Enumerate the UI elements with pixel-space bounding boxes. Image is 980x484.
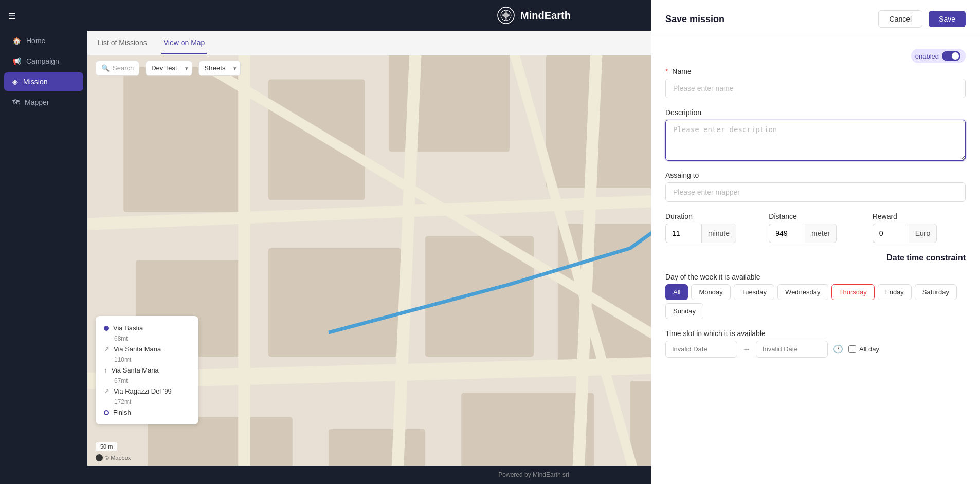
metrics-row: Duration minute Distance meter Reward Eu…	[665, 212, 966, 243]
assign-field-group: Assaing to	[665, 171, 966, 202]
route-item-finish: Finish	[104, 406, 190, 418]
route-distance-2: 67mt	[114, 376, 190, 385]
allday-checkbox[interactable]	[848, 345, 856, 353]
reward-unit: Euro	[909, 224, 937, 243]
duration-input[interactable]	[665, 224, 701, 243]
duration-input-group: minute	[665, 224, 758, 243]
distance-input-group: meter	[769, 224, 862, 243]
route-distance-3: 172mt	[114, 397, 190, 406]
sidebar: ☰ 🏠 Home 📢 Campaign ◈ Mission 🗺 Mapper	[0, 0, 87, 484]
mapper-icon: 🗺	[12, 98, 20, 106]
area-select[interactable]: Dev Test	[146, 61, 192, 76]
logo: MindEarth	[497, 6, 571, 25]
day-btn-wednesday[interactable]: Wednesday	[777, 284, 828, 300]
route-start-dot	[104, 326, 109, 331]
day-btn-all[interactable]: All	[665, 284, 688, 300]
sidebar-item-home-label: Home	[26, 36, 45, 45]
route-arrow-2: ↑	[104, 366, 107, 374]
day-btn-monday[interactable]: Monday	[691, 284, 730, 300]
time-slot-row: → 🕐 All day	[665, 341, 966, 358]
sidebar-item-mapper-label: Mapper	[25, 98, 49, 106]
svg-point-6	[502, 14, 504, 16]
name-label: * Name	[665, 67, 966, 76]
sidebar-item-home[interactable]: 🏠 Home	[4, 31, 83, 50]
save-button[interactable]: Save	[929, 11, 966, 27]
day-btn-tuesday[interactable]: Tuesday	[734, 284, 774, 300]
distance-input[interactable]	[769, 224, 805, 243]
day-buttons: AllMondayTuesdayWednesdayThursdayFridayS…	[665, 284, 966, 319]
logo-icon	[497, 6, 515, 25]
distance-field-group: Distance meter	[769, 212, 862, 243]
day-btn-sunday[interactable]: Sunday	[665, 303, 703, 319]
name-input[interactable]	[665, 79, 966, 98]
constraint-title: Date time constraint	[665, 253, 966, 263]
search-icon: 🔍	[101, 64, 110, 72]
clock-icon: 🕐	[833, 344, 843, 354]
footer-text: Powered by MindEarth srl	[498, 471, 569, 478]
time-to-input[interactable]	[756, 341, 828, 358]
tab-view-on-map[interactable]: View on Map	[161, 32, 207, 54]
enabled-label: enabled	[915, 52, 939, 60]
mission-icon: ◈	[12, 78, 18, 86]
campaign-icon: 📢	[12, 57, 21, 65]
logo-text: MindEarth	[520, 10, 571, 22]
svg-point-3	[505, 11, 507, 13]
cancel-button[interactable]: Cancel	[878, 10, 922, 28]
mapbox-circle	[96, 454, 103, 461]
description-textarea[interactable]	[665, 120, 966, 161]
tab-list-of-missions[interactable]: List of Missions	[96, 32, 149, 54]
route-finish-dot	[104, 410, 109, 415]
svg-rect-16	[268, 80, 365, 200]
route-panel: Via Bastia 68mt ↗ Via Santa Maria 110mt …	[96, 316, 198, 424]
time-from-input[interactable]	[665, 341, 737, 358]
sidebar-item-campaign[interactable]: 📢 Campaign	[4, 52, 83, 70]
save-mission-panel: Save mission Cancel Save enabled * Name …	[651, 0, 980, 484]
distance-label: Distance	[769, 212, 862, 220]
sidebar-item-mission[interactable]: ◈ Mission	[4, 72, 83, 91]
style-select-wrapper: Streets	[198, 61, 241, 76]
save-panel-title: Save mission	[665, 14, 724, 25]
route-arrow-3: ↗	[104, 387, 110, 395]
sidebar-item-mission-label: Mission	[23, 78, 47, 86]
description-field-group: Description	[665, 108, 966, 161]
route-label-2: Via Santa Maria	[112, 366, 159, 374]
mapbox-logo: © Mapbox	[96, 454, 131, 461]
reward-label: Reward	[873, 212, 966, 220]
name-required-mark: *	[665, 67, 668, 76]
route-arrow-1: ↗	[104, 345, 110, 353]
svg-rect-15	[123, 67, 244, 212]
route-item-0: Via Bastia	[104, 322, 190, 334]
allday-label[interactable]: All day	[848, 345, 879, 353]
save-panel-body: enabled * Name Description Assaing to Du…	[651, 36, 980, 370]
timeslot-label: Time slot in which it is available	[665, 329, 966, 338]
save-panel-header: Save mission Cancel Save	[651, 0, 980, 36]
distance-unit: meter	[805, 224, 837, 243]
assign-input[interactable]	[665, 182, 966, 202]
enabled-toggle-container[interactable]: enabled	[911, 49, 966, 63]
home-icon: 🏠	[12, 36, 21, 45]
toggle-switch[interactable]	[942, 51, 960, 61]
svg-point-4	[508, 14, 510, 16]
menu-icon: ☰	[8, 12, 15, 21]
save-panel-actions: Cancel Save	[878, 10, 966, 28]
sidebar-item-campaign-label: Campaign	[26, 57, 59, 65]
route-distance-1: 110mt	[114, 355, 190, 364]
reward-input[interactable]	[873, 224, 909, 243]
sidebar-item-mapper[interactable]: 🗺 Mapper	[4, 93, 83, 111]
day-btn-friday[interactable]: Friday	[878, 284, 912, 300]
menu-button[interactable]: ☰	[0, 6, 87, 26]
day-of-week-label: Day of the week it is available	[665, 273, 966, 281]
reward-input-group: Euro	[873, 224, 966, 243]
duration-label: Duration	[665, 212, 758, 220]
svg-point-2	[503, 13, 509, 18]
time-arrow: →	[742, 345, 751, 354]
style-select[interactable]: Streets	[198, 61, 241, 76]
duration-field-group: Duration minute	[665, 212, 758, 243]
day-btn-thursday[interactable]: Thursday	[831, 284, 875, 300]
name-field-group: * Name	[665, 67, 966, 98]
map-search[interactable]: 🔍 Search	[96, 61, 139, 76]
day-btn-saturday[interactable]: Saturday	[915, 284, 957, 300]
route-label-finish: Finish	[113, 408, 131, 416]
map-scale: 50 m	[96, 442, 117, 451]
svg-rect-28	[329, 429, 425, 466]
